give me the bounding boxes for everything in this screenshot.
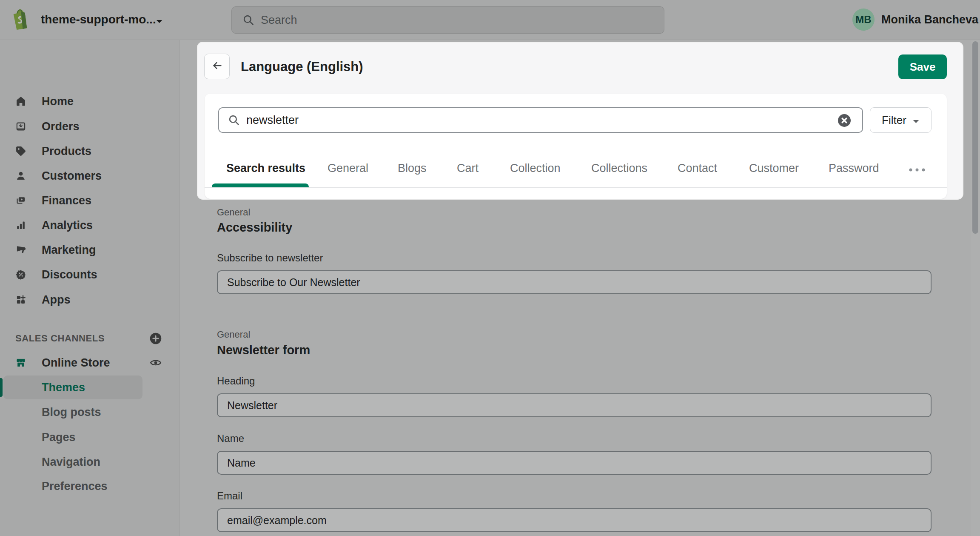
tab-general[interactable]: General [328,162,368,176]
section-heading: Newsletter form [217,343,310,357]
sidebar-item-orders[interactable]: Orders [0,114,179,139]
tab-collections[interactable]: Collections [591,162,647,176]
sidebar-item-finances[interactable]: Finances [0,188,179,213]
tab-search-results[interactable]: Search results [226,162,305,176]
avatar[interactable]: MB [852,9,875,31]
discounts-icon [15,269,26,280]
sidebar-item-products[interactable]: Products [0,139,179,163]
section-heading: Accessibility [217,221,292,235]
section-category: General [217,329,250,340]
sidebar-item-analytics[interactable]: Analytics [0,213,179,238]
user-name[interactable]: Monika Bancheva [881,13,978,26]
field-label: Email [217,490,242,502]
sidebar-item-apps[interactable]: Apps [0,287,179,312]
plus-circle-icon[interactable] [149,332,162,345]
subscribe-to-newsletter-input[interactable] [217,270,932,294]
themes-active-bar [0,378,3,397]
finances-icon [15,195,26,206]
global-search[interactable] [231,6,664,34]
sidebar-item-preferences[interactable]: Preferences [0,474,179,499]
products-icon [15,146,26,157]
customers-icon [15,170,26,181]
sidebar-item-customers[interactable]: Customers [0,163,179,188]
scrollbar-track[interactable] [971,40,980,536]
global-search-input[interactable] [261,14,644,27]
search-icon [228,114,240,126]
arrow-left-icon [211,59,223,74]
sales-channels-header: SALES CHANNELS [0,326,179,351]
tab-cart[interactable]: Cart [457,162,479,176]
sidebar-item-pages[interactable]: Pages [0,425,179,450]
store-switcher-label[interactable]: theme-support-mo... [41,13,156,26]
name-input[interactable] [217,451,932,475]
shopify-admin-screen: theme-support-mo... MB Monika Bancheva H… [0,0,980,536]
chevron-down-icon [912,114,920,127]
tab-contact[interactable]: Contact [678,162,717,176]
circle-x-icon [837,123,852,129]
sidebar-item-home[interactable]: Home [0,89,179,114]
translations-card: Filter Search results General Blogs Cart… [205,94,947,199]
tab-collection[interactable]: Collection [510,162,561,176]
home-icon [15,96,26,107]
page-title: Language (English) [241,59,363,75]
sidebar-item-themes[interactable]: Themes [0,375,179,400]
view-online-store-eye-icon[interactable] [149,356,162,371]
marketing-icon [15,244,26,255]
ellipsis-icon [907,166,927,173]
storefront-icon [15,357,26,368]
sidebar-item-navigation[interactable]: Navigation [0,450,179,474]
email-input[interactable] [217,508,932,532]
tab-customer[interactable]: Customer [749,162,799,176]
search-icon [242,14,255,26]
field-label: Name [217,433,244,444]
back-button[interactable] [204,54,230,79]
shopify-logo-icon [11,9,30,30]
translations-search-input[interactable] [246,114,808,127]
tab-password[interactable]: Password [829,162,879,176]
apps-icon [15,294,26,305]
scrollbar-thumb[interactable] [972,41,978,234]
translations-search[interactable] [218,107,863,133]
heading-input[interactable] [217,393,932,417]
clear-search-button[interactable] [837,113,852,128]
analytics-icon [15,220,26,231]
sidebar-item-discounts[interactable]: Discounts [0,262,179,287]
sidebar-item-blog-posts[interactable]: Blog posts [0,400,179,424]
field-label: Subscribe to newsletter [217,252,323,264]
sidebar-item-marketing[interactable]: Marketing [0,238,179,262]
filter-button[interactable]: Filter [870,107,932,133]
field-label: Heading [217,375,255,387]
tabs-divider [205,187,947,188]
topbar: theme-support-mo... MB Monika Bancheva [0,0,980,40]
orders-icon [15,121,26,132]
language-page-header-panel: Language (English) Save Filter [198,43,963,199]
save-button[interactable]: Save [898,54,947,79]
tab-blogs[interactable]: Blogs [398,162,427,176]
sidebar: Home Orders Products Customers Finances … [0,40,179,536]
section-category: General [217,207,250,218]
more-tabs-button[interactable] [907,166,927,174]
store-switcher-caret-icon[interactable] [156,18,163,26]
